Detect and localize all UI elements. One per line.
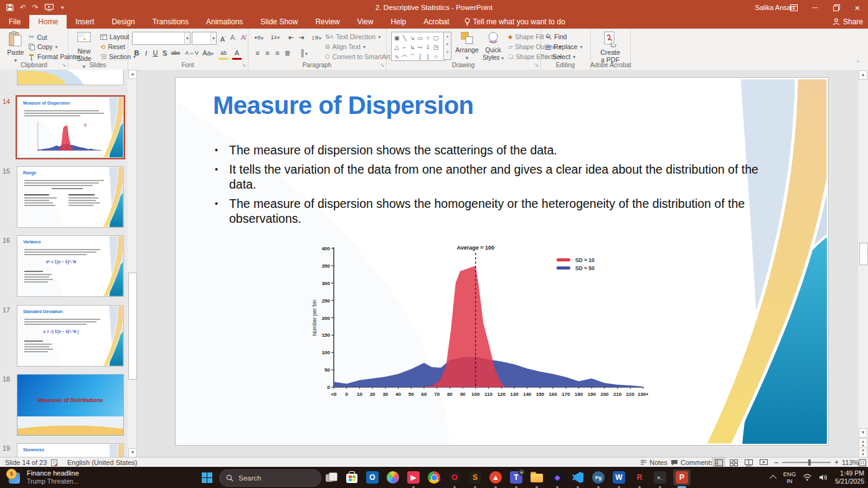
scribble-shape-icon[interactable]: ∿	[393, 53, 401, 61]
language-selector[interactable]: English (United States)	[67, 458, 138, 467]
zoom-slider-thumb[interactable]	[808, 459, 811, 466]
paste-button[interactable]: Paste▼	[5, 31, 26, 65]
shadow-button[interactable]: S	[160, 48, 169, 58]
copy-button[interactable]: Copy ▾	[29, 43, 58, 50]
undo-icon[interactable]: ↶	[20, 3, 26, 12]
collapse-ribbon-icon[interactable]: ⌃	[856, 60, 861, 66]
start-button[interactable]	[199, 470, 214, 485]
align-left-button[interactable]: ≡	[253, 48, 262, 58]
tab-home[interactable]: Home	[29, 15, 67, 29]
taskbar-icon-clipchamp[interactable]: ▶	[406, 470, 421, 485]
notes-button[interactable]: Notes	[640, 458, 668, 467]
align-right-button[interactable]: ≡	[273, 48, 282, 58]
taskbar-icon-outlook[interactable]: O	[365, 470, 380, 485]
thumbnail-slide-15[interactable]: Range	[17, 166, 124, 228]
find-button[interactable]: Find	[545, 33, 567, 40]
text-direction-button[interactable]: ⇅AText Direction ▾	[325, 33, 380, 40]
tab-view[interactable]: View	[349, 15, 382, 29]
quick-styles-button[interactable]: Quick Styles ▾	[481, 31, 506, 62]
tab-transitions[interactable]: Transitions	[144, 15, 197, 29]
font-color-button[interactable]: A	[232, 48, 242, 60]
line-shape-icon[interactable]: ╲	[401, 34, 409, 42]
bullets-button[interactable]: •≡▾	[253, 32, 265, 42]
slide-title[interactable]: Measure of Dispersion	[213, 92, 474, 120]
restore-button[interactable]	[826, 0, 847, 15]
language-indicator[interactable]: ENGIN	[783, 471, 796, 484]
shapes-gallery[interactable]: ▣╲↘▭○▢△⌐↳⇨⇩◳∿◠⌒{}☆	[391, 32, 446, 61]
justify-button[interactable]: ≣	[283, 48, 292, 58]
decrease-font-size-button[interactable]: Aˇ	[229, 32, 238, 42]
dispersion-chart[interactable]: 050100150200250300350400<001020304050607…	[310, 243, 648, 400]
thumbnail-slide-18[interactable]: Measures of Distributions	[17, 374, 124, 436]
slide-canvas[interactable]: Measure of Dispersion The measure of dis…	[175, 77, 829, 446]
hidden-icons-chevron-icon[interactable]	[770, 475, 776, 482]
tab-slide-show[interactable]: Slide Show	[252, 15, 306, 29]
normal-view-button[interactable]	[712, 458, 725, 467]
clipboard-dialog-launcher[interactable]: ↘	[62, 62, 66, 68]
font-dialog-launcher[interactable]: ↘	[242, 62, 246, 68]
taskbar-icon-task-view[interactable]	[324, 470, 339, 485]
callout-shape-icon[interactable]: ◳	[432, 44, 440, 52]
ribbon-display-options-icon[interactable]	[783, 0, 804, 15]
decrease-indent-button[interactable]: ⇤	[286, 32, 296, 42]
right-brace-shape-icon[interactable]: }	[424, 53, 432, 61]
scroll-down-icon[interactable]: ▼	[128, 448, 137, 458]
scroll-down-icon[interactable]: ▼	[859, 428, 867, 438]
align-center-button[interactable]: ≡	[263, 48, 272, 58]
thumbnail-slide-19[interactable]: Skewness	[17, 443, 124, 457]
taskbar-clock[interactable]: 1:49 PM5/21/2025	[835, 469, 864, 486]
wifi-icon[interactable]	[803, 474, 812, 481]
strikethrough-button[interactable]: abc	[169, 48, 182, 58]
thumbnail-slide-13-partial[interactable]	[17, 70, 124, 85]
taskbar-icon-vscode[interactable]	[570, 470, 585, 485]
line-spacing-button[interactable]: ↕≡▾	[310, 32, 323, 42]
zoom-level[interactable]: 113%	[842, 458, 859, 467]
increase-indent-button[interactable]: ⇥	[296, 32, 306, 42]
widgets-button[interactable]: $ Finance headline Trump Threaten...	[4, 469, 83, 486]
align-text-button[interactable]: ⊟Align Text ▾	[325, 43, 366, 50]
right-arrow-shape-icon[interactable]: ⇨	[417, 44, 425, 52]
slide-sorter-view-button[interactable]	[727, 458, 740, 467]
close-button[interactable]: ×	[847, 0, 868, 15]
arrange-button[interactable]: Arrange▼	[455, 31, 479, 62]
font-size-combobox[interactable]: ▾	[192, 32, 217, 45]
thumbnail-slide-16[interactable]: Varianceσ² = Σ(x − x̄)² ∕ N	[17, 235, 124, 297]
rounded-rectangle-shape-icon[interactable]: ▢	[432, 34, 440, 42]
scrollbar-thumb[interactable]	[128, 273, 137, 380]
share-button[interactable]: Share	[833, 15, 863, 29]
taskbar-icon-file-explorer[interactable]	[529, 470, 544, 485]
oval-shape-icon[interactable]: ○	[424, 34, 432, 42]
customize-qat-icon[interactable]: ▼	[60, 5, 65, 11]
volume-icon[interactable]	[819, 474, 828, 481]
editor-scrollbar[interactable]: ▲ ▼ ▲▲ ▼▼	[857, 70, 868, 457]
tab-animations[interactable]: Animations	[197, 15, 252, 29]
cut-button[interactable]: ✂Cut	[29, 33, 47, 41]
slide-thumbnail-panel[interactable]: 14Measure of Dispersion15Range16Variance…	[0, 70, 128, 457]
taskbar-icon-powerpoint[interactable]: P	[673, 469, 691, 486]
taskbar-icon-word[interactable]: W	[611, 470, 626, 485]
select-button[interactable]: ▷Select ▾	[545, 53, 575, 60]
underline-button[interactable]: U	[151, 48, 160, 58]
rectangle-shape-icon[interactable]: ▭	[417, 34, 425, 42]
arc-shape-icon[interactable]: ◠	[401, 53, 409, 61]
character-spacing-button[interactable]: A⇔V	[185, 48, 199, 58]
bold-button[interactable]: B	[132, 48, 141, 58]
replace-button[interactable]: abReplace ▾	[545, 43, 582, 50]
tab-file[interactable]: File	[0, 15, 29, 29]
scroll-up-icon[interactable]: ▲	[128, 70, 137, 79]
slide-show-button[interactable]	[757, 458, 770, 467]
search-input[interactable]: Search	[219, 469, 321, 487]
elbow-arrow-shape-icon[interactable]: ↳	[408, 44, 417, 52]
start-from-beginning-icon[interactable]	[45, 4, 54, 11]
tab-help[interactable]: Help	[382, 15, 415, 29]
taskbar-icon-chrome[interactable]	[427, 470, 441, 485]
thumbnail-slide-14[interactable]: Measure of Dispersion	[17, 96, 124, 158]
text-box-shape-icon[interactable]: ▣	[393, 34, 401, 42]
font-name-combobox[interactable]: ▾	[132, 32, 191, 45]
zoom-out-button[interactable]: −	[774, 458, 779, 467]
taskbar-icon-terminal[interactable]: >_	[653, 470, 668, 485]
fit-slide-button[interactable]	[859, 458, 866, 467]
curve-shape-icon[interactable]: ⌒	[408, 53, 417, 61]
redo-icon[interactable]: ↷	[32, 3, 39, 12]
taskbar-icon-rstudio[interactable]: R	[632, 470, 647, 485]
